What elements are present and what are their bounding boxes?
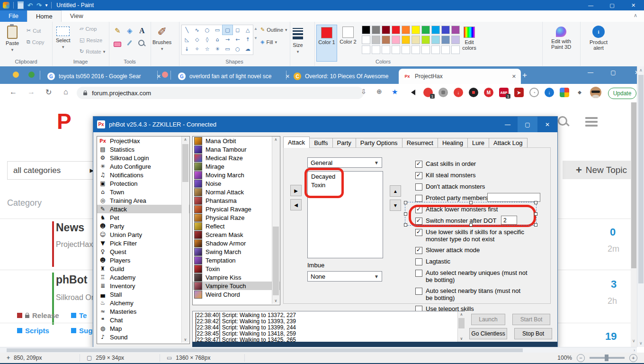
shape-cell[interactable]: △: [243, 25, 253, 35]
option-input[interactable]: [487, 193, 540, 202]
phbot-titlebar[interactable]: Px phBot v25.4.3 - ZZKILLER - Connected …: [93, 117, 557, 132]
palette-empty-slot[interactable]: [362, 46, 370, 54]
scrollbar-thumb[interactable]: [182, 144, 188, 182]
palette-color[interactable]: [382, 26, 390, 34]
update-button[interactable]: Update: [608, 88, 636, 99]
shape-cell[interactable]: ▭: [223, 44, 233, 54]
browser-scrollbar-thumb[interactable]: [631, 102, 636, 268]
option-checkbox[interactable]: Use lower skills if skills for a specifi…: [415, 228, 554, 243]
scroll-down-icon[interactable]: ∨: [272, 299, 279, 303]
phbot-nav-item[interactable]: ▄ Stall: [97, 290, 189, 299]
profile-avatar[interactable]: [590, 87, 601, 98]
shape-cell[interactable]: ∿: [192, 25, 202, 35]
edit-colors-button[interactable]: Edit colors: [457, 27, 481, 51]
reload-icon[interactable]: ↻: [45, 88, 52, 97]
shape-cell[interactable]: ←: [233, 35, 242, 44]
phbot-tab[interactable]: Healing: [438, 138, 468, 148]
fill-button[interactable]: ◈ Fill ▾: [260, 39, 277, 45]
start-bot-button[interactable]: Start Bot: [512, 314, 550, 325]
chrome-maximize-button[interactable]: ▢: [606, 69, 620, 76]
palette-empty-slot[interactable]: [402, 46, 410, 54]
shape-cell[interactable]: ◇: [192, 35, 202, 44]
product-alert-button[interactable]: i Product alert: [585, 26, 612, 51]
skill-item[interactable]: Swing March: [193, 247, 280, 256]
shape-cell[interactable]: ○: [202, 25, 212, 35]
menu-tab-home[interactable]: Home: [27, 10, 62, 22]
phbot-nav-item[interactable]: ▤ Statistics: [97, 145, 189, 154]
shape-cell[interactable]: ▢: [223, 25, 233, 35]
volume-extension-icon[interactable]: [408, 88, 418, 97]
phbot-nav-item[interactable]: ▼ Pick Filter: [97, 239, 189, 247]
topic-count[interactable]: 3: [611, 278, 617, 291]
pinned-tab-yellow-icon[interactable]: [13, 72, 19, 78]
subcategory-te[interactable]: Te: [71, 311, 87, 319]
undo-icon[interactable]: ↶: [27, 2, 33, 9]
phbot-nav-item[interactable]: ♫ Notifications: [97, 171, 189, 179]
zoom-icon[interactable]: ⊕: [376, 88, 382, 95]
forum-menu-icon[interactable]: [585, 115, 598, 128]
skill-item[interactable]: Temptation: [193, 256, 280, 264]
menu-tab-file[interactable]: File: [0, 10, 27, 22]
zoom-in-button[interactable]: +: [629, 354, 637, 362]
phbot-nav-item[interactable]: ✳ Auto Configure: [97, 162, 189, 171]
gear-extension-icon[interactable]: [469, 88, 478, 97]
phbot-nav-item[interactable]: ⚙ Silkroad Login: [97, 154, 189, 162]
home-icon[interactable]: ⌂: [63, 88, 68, 96]
categories-filter-button[interactable]: all categories ▸: [7, 161, 100, 180]
phbot-maximize-button[interactable]: ▢: [518, 117, 537, 132]
shape-cell[interactable]: ↓: [182, 44, 192, 54]
scrollbar-thumb[interactable]: [638, 75, 644, 283]
palette-color[interactable]: [431, 26, 440, 34]
save-icon[interactable]: [18, 1, 24, 9]
assigned-skill[interactable]: Decayed: [308, 173, 383, 181]
pinned-tab-pink-icon[interactable]: [162, 72, 168, 78]
assigned-skill[interactable]: Toxin: [308, 181, 383, 190]
skill-item[interactable]: Physical Ravage: [193, 205, 280, 213]
cut-button[interactable]: ✂ Cut: [27, 27, 41, 34]
zoom-slider-thumb[interactable]: [605, 355, 608, 361]
palette-color[interactable]: [372, 36, 380, 44]
shape-cell[interactable]: ☆: [202, 44, 212, 54]
scroll-down-icon[interactable]: ∨: [639, 341, 643, 346]
stop-bot-button[interactable]: Stop Bot: [514, 328, 552, 339]
outline-button[interactable]: ✎ Outline ▾: [260, 27, 287, 33]
palette-color[interactable]: [402, 26, 410, 34]
skill-group-dropdown[interactable]: General ▼: [307, 157, 382, 168]
option-checkbox[interactable]: Attack lower monsters first: [415, 206, 554, 213]
canvas-vertical-scrollbar[interactable]: ∧ ∨: [637, 66, 644, 347]
log-scrollbar[interactable]: ∧ ∨: [457, 311, 465, 342]
phbot-nav-item[interactable]: Px ProjectHax: [97, 136, 189, 145]
skill-item[interactable]: Moving March: [193, 171, 280, 179]
skill-item[interactable]: Mana Orbit: [193, 136, 280, 145]
option-checkbox[interactable]: Switch monster after DOT 2: [415, 217, 554, 225]
option-input[interactable]: 2: [501, 216, 517, 225]
last-activity[interactable]: 2h: [608, 296, 617, 306]
move-skill-down-button[interactable]: ▼: [390, 200, 401, 211]
last-activity[interactable]: 2m: [608, 244, 619, 254]
palette-color[interactable]: [362, 26, 370, 34]
phbot-tab[interactable]: Buffs: [309, 138, 332, 148]
chrome-close-button[interactable]: ✕: [630, 69, 637, 76]
phbot-nav-item[interactable]: ≈ Masteries: [97, 307, 189, 316]
bookmark-star-icon[interactable]: ★: [392, 88, 398, 96]
eraser-tool-icon[interactable]: [114, 42, 121, 47]
browser-tab[interactable]: G overlord fan art of light novel sce ✕: [173, 69, 295, 84]
topic-count[interactable]: 19: [605, 330, 617, 343]
skill-item[interactable]: Weird Chord: [193, 290, 280, 299]
shape-cell[interactable]: ◊: [202, 35, 212, 44]
scroll-right-icon[interactable]: ›: [634, 348, 635, 353]
phbot-nav-item[interactable]: ❝ Chat: [97, 316, 189, 324]
palette-color[interactable]: [392, 26, 400, 34]
scroll-down-icon[interactable]: ∨: [182, 337, 189, 342]
shape-cell[interactable]: ↑: [243, 35, 253, 44]
browser-tab-active[interactable]: Px ProjectHax ✕: [399, 69, 521, 84]
phbot-log[interactable]: [22:38:40] Script: Walking to 13372, 227…: [192, 311, 465, 342]
phbot-nav-item[interactable]: ♨ Alchemy: [97, 299, 189, 307]
browser-tab[interactable]: G toyota ts050 2016 - Google Sear ✕: [43, 69, 166, 84]
qat-dropdown-icon[interactable]: ▾: [45, 2, 48, 9]
skill-item[interactable]: Medical Raze: [193, 154, 280, 162]
skill-item[interactable]: Vampire Kiss: [193, 273, 280, 282]
shape-cell[interactable]: →: [223, 35, 233, 44]
palette-empty-slot[interactable]: [372, 46, 380, 54]
pinned-tab-green-icon[interactable]: [28, 72, 35, 78]
